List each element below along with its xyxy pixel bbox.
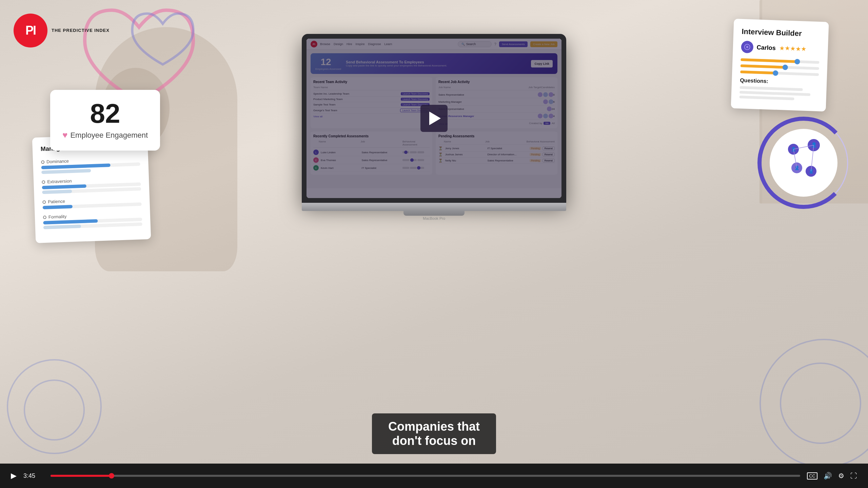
questions-label: Questions: (740, 77, 818, 86)
video-overlay (307, 39, 561, 198)
slider-thumb-2 (783, 64, 788, 70)
svg-point-4 (770, 129, 837, 197)
employee-number: 82 (62, 100, 148, 127)
carlos-name: Carlos (756, 44, 776, 52)
video-controls-bar: ▶ 3:45 CC 🔊 ⚙ ⛶ (0, 464, 868, 488)
pi-logo-area: PI THE PREDICTIVE INDEX (14, 14, 110, 47)
formality-text: Formality (48, 214, 67, 220)
network-svg: 👤 👤 👤 👤 (756, 115, 851, 210)
deco-ring-2 (24, 379, 85, 441)
dominance-row: Dominance (41, 156, 140, 174)
deco-ring-4 (780, 363, 861, 444)
patience-row: Patience (42, 196, 142, 209)
captions-button[interactable]: CC (807, 472, 817, 480)
settings-gear-icon (744, 43, 751, 51)
svg-text:👤: 👤 (811, 142, 817, 148)
laptop-base (302, 203, 566, 211)
laptop-screen: PI Browse Design Hire Inspire Diagnose L… (307, 39, 561, 198)
carlos-row: Carlos ★★★★★ (741, 41, 820, 56)
play-button[interactable] (420, 105, 448, 132)
volume-button[interactable]: 🔊 (824, 472, 832, 480)
pi-brand-line1: THE PREDICTIVE INDEX (52, 28, 110, 34)
play-pause-button[interactable]: ▶ (11, 471, 17, 480)
fullscreen-button[interactable]: ⛶ (850, 472, 857, 480)
extraversion-text: Extraversion (47, 178, 72, 184)
employee-label: ♥ Employee Engagement (62, 130, 148, 140)
slider-1 (741, 58, 819, 64)
extraversion-fill (42, 184, 87, 190)
dominance-fill2 (41, 169, 91, 174)
pi-logo-circle: PI (14, 14, 47, 47)
slider-2 (741, 64, 819, 70)
subtitle-overlay: Companies that don't focus on (372, 413, 496, 454)
extraversion-fill2 (42, 190, 72, 194)
extraversion-row: Extraversion (42, 176, 141, 194)
progress-bar[interactable] (51, 475, 800, 477)
carlos-stars: ★★★★★ (779, 44, 806, 53)
formality-fill (43, 219, 98, 225)
ctrl-icons-group: CC 🔊 ⚙ ⛶ (807, 472, 857, 480)
svg-point-1 (746, 46, 748, 48)
carlos-icon (741, 41, 753, 53)
question-line-2 (739, 91, 810, 96)
laptop-label: MacBook Pro (302, 216, 566, 220)
settings-button[interactable]: ⚙ (838, 472, 844, 480)
progress-fill (51, 475, 114, 477)
subtitle-line1: Companies that (388, 419, 480, 434)
dominance-text: Dominance (46, 158, 69, 164)
network-visual: 👤 👤 👤 👤 (756, 115, 851, 210)
purple-heart (129, 10, 197, 71)
slider-fill-3 (740, 71, 778, 75)
play-triangle-icon (429, 112, 441, 125)
patience-fill (43, 205, 73, 209)
pi-logo-text: PI (25, 23, 36, 38)
slider-fill-1 (741, 58, 800, 63)
question-line-3 (739, 96, 795, 100)
slider-thumb-1 (794, 59, 800, 65)
laptop-stand (403, 211, 465, 216)
pi-logo-name: THE PREDICTIVE INDEX (52, 28, 110, 34)
slider-fill-2 (741, 64, 788, 69)
current-time: 3:45 (23, 472, 44, 480)
formality-row: Formality (43, 211, 142, 229)
heart-icon: ♥ (62, 130, 67, 140)
subtitle-line2: don't focus on (388, 434, 480, 448)
laptop-frame: PI Browse Design Hire Inspire Diagnose L… (302, 34, 566, 203)
question-line-1 (739, 86, 803, 91)
laptop: PI Browse Design Hire Inspire Diagnose L… (302, 34, 566, 220)
employee-label-text: Employee Engagement (70, 131, 148, 140)
interview-builder-card: Interview Builder Carlos ★★★★★ Questions… (731, 19, 829, 112)
slider-3 (740, 71, 819, 76)
interview-title: Interview Builder (742, 27, 821, 39)
employee-engagement-card: 82 ♥ Employee Engagement (50, 90, 160, 151)
patience-text: Patience (48, 199, 65, 204)
slider-thumb-3 (773, 70, 778, 76)
formality-fill2 (43, 225, 81, 229)
progress-indicator (109, 473, 114, 479)
